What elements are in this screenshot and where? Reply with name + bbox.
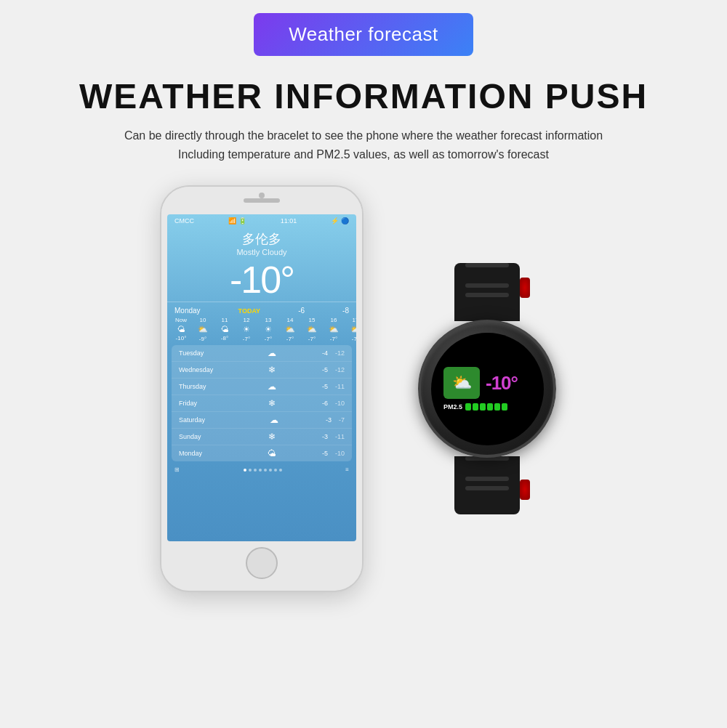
city-condition: Mostly Cloudy [167,248,356,256]
hour-label: 10 [200,317,206,323]
hourly-row: Now 🌤 -10° 10 ⛅ -9° 11 🌤 -8° [167,317,356,342]
temp-high: -6 [322,400,328,407]
pm-dot [465,403,471,410]
temp-high: -5 [322,366,328,373]
status-bar: CMCC 📶 🔋 11:01 ⚡ 🔵 [167,214,356,227]
screen-bottom-bar: ⊞ ≡ [167,464,356,475]
hour-icon: ☀ [265,325,272,334]
hour-icon: 🌤 [177,325,185,333]
forecast-icon: ☁ [265,381,279,392]
band-groove [465,486,509,490]
right-icons: ⚡ 🔵 [331,217,349,225]
hour-label: 15 [309,317,316,323]
forecast-icon: ❄ [265,365,279,375]
phone-bottom [161,541,362,585]
hour-temp: -8° [221,335,228,341]
hour-temp: -7° [286,336,294,342]
hour-label: Now [175,317,187,323]
band-button-bottom [520,480,530,500]
screen-left-icon: ⊞ [174,466,180,473]
page-title: WEATHER INFORMATION PUSH [79,76,648,116]
pm-dot [494,403,500,410]
hour-now: Now 🌤 -10° [172,317,190,342]
hour-label: 12 [244,317,250,323]
hour-icon: 🌤 [221,325,229,333]
weather-forecast-badge: Weather forecast [254,13,473,56]
temp-low: -11 [335,383,345,390]
today-row: Monday TODAY -6 -8 [167,302,356,317]
forecast-wednesday: Wednesday ❄ -5 -12 [172,362,352,379]
temp-low: -7 [339,416,345,424]
band-bottom [454,456,520,514]
hour-temp: -7° [243,336,250,342]
forecast-saturday: Saturday ☁ -3 -7 [172,412,352,429]
forecast-icon: 🌤 [265,448,279,458]
watch-top-row: ⛅ -10° [443,367,531,399]
temp-low: -11 [335,433,345,440]
watch-temperature: -10° [486,372,518,395]
hour-temp: -9° [199,336,206,342]
band-groove [465,293,509,297]
temp-low: -12 [335,366,345,373]
hour-icon: ⛅ [285,325,295,334]
forecast-icon: ☁ [265,348,279,358]
phone-body: CMCC 📶 🔋 11:01 ⚡ 🔵 多伦多 Mostly Cloudy -10… [160,185,364,592]
hour-temp: -10° [176,335,187,341]
hour-icon: ☀ [243,325,250,334]
forecast-icon: ☁ [267,415,281,425]
hour-16: 16 ⛅ -7° [324,317,343,342]
forecast-day: Thursday [179,383,222,390]
forecast-day: Sunday [179,433,222,440]
forecast-day: Friday [179,400,222,407]
badge-container: Weather forecast [254,13,473,56]
dot [264,469,267,472]
forecast-day: Tuesday [179,349,222,357]
hour-temp: -7° [352,336,356,342]
watch-pm-dots [465,403,507,410]
hour-label: 11 [222,317,228,323]
band-groove [465,283,509,288]
hour-label: 14 [287,317,294,323]
city-temperature: -10° [167,258,356,302]
today-low: -8 [342,307,349,315]
dot [249,469,252,472]
hour-label: 13 [265,317,272,323]
temp-high: -3 [326,416,332,424]
weather-city: 多伦多 Mostly Cloudy [167,230,356,256]
pm-dot [480,403,486,410]
carrier-label: CMCC [174,217,194,225]
temp-low: -12 [335,349,345,357]
hour-14: 14 ⛅ -7° [281,317,300,342]
band-groove [465,263,509,267]
temp-high: -5 [322,383,328,390]
hour-icon: ⛅ [350,325,356,334]
phone-camera [259,193,265,198]
today-label: TODAY [238,307,261,315]
band-groove [465,477,509,481]
dot [259,469,262,472]
dot [274,469,277,472]
hour-label: 17 [353,317,356,323]
time-display: 11:01 [281,217,297,225]
band-top [454,263,520,321]
hour-temp: -7° [330,336,337,342]
dot [244,469,246,472]
temp-high: -3 [322,433,328,440]
forecast-monday: Monday 🌤 -5 -10 [172,445,352,461]
today-high: -6 [298,307,305,315]
hour-temp: -7° [308,336,316,342]
watch-case: ⛅ -10° PM2.5 [418,320,556,458]
phone-speaker [244,198,280,203]
home-button[interactable] [246,547,278,579]
subtitle-line1: Can be directly through the bracelet to … [124,129,603,142]
smartphone: CMCC 📶 🔋 11:01 ⚡ 🔵 多伦多 Mostly Cloudy -10… [153,185,371,592]
hour-icon: ⛅ [329,325,339,334]
hour-10: 10 ⛅ -9° [193,317,212,342]
page-dots [244,469,282,472]
hour-17: 17 ⛅ -7° [346,317,356,342]
phone-top [161,187,362,214]
screen-right-icon: ≡ [345,466,349,473]
band-button-top [520,278,530,298]
hour-11: 11 🌤 -8° [215,317,234,342]
pm-dot [473,403,478,410]
